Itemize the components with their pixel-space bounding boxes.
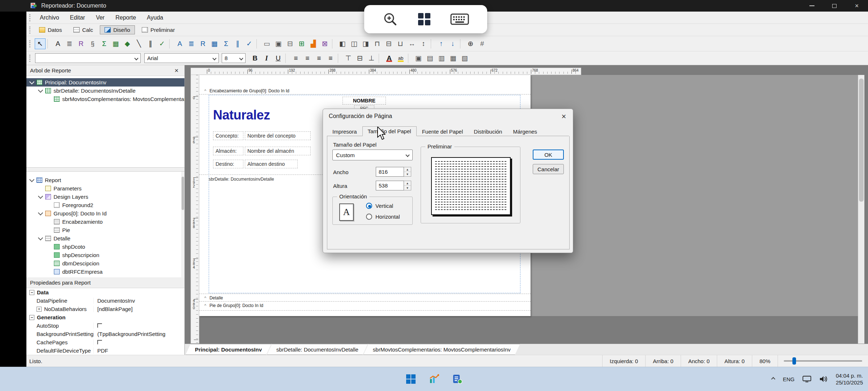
anchor-button[interactable]: ▣ — [413, 53, 424, 64]
font-name-combo[interactable]: Arial — [144, 53, 219, 63]
property-row[interactable]: AutoStop — [26, 321, 184, 330]
tree-item[interactable]: shpDcoto — [26, 243, 184, 251]
dbmemo-tool[interactable]: ≣ — [186, 38, 197, 49]
dialog-close-icon[interactable]: × — [558, 111, 569, 122]
property-row[interactable]: BackgroundPrintSettings(TppBackgroundPri… — [26, 330, 184, 338]
tree-item[interactable]: Parameters — [26, 184, 184, 193]
horizontal-radio[interactable]: Horizontal — [366, 214, 400, 220]
chevron-down-icon[interactable] — [38, 210, 43, 215]
underline-button[interactable]: U — [273, 53, 284, 64]
clock[interactable]: 04:04 p. m. 25/10/2025 — [836, 372, 863, 386]
toolbar-grip[interactable] — [29, 55, 31, 62]
checkbox-tool[interactable]: ✓ — [157, 38, 167, 49]
layer-back-button[interactable]: ▥ — [436, 53, 447, 64]
wrap-button[interactable]: ▦ — [448, 53, 459, 64]
label-tool[interactable]: A — [52, 38, 63, 49]
dialog-tab[interactable]: Distribución — [468, 127, 507, 136]
subreport-tool[interactable]: ▣ — [273, 38, 284, 49]
layer-front-button[interactable]: ▤ — [425, 53, 435, 64]
property-row[interactable]: +NoDataBehaviors[ndBlankPage] — [26, 305, 184, 313]
field-destino[interactable]: Almacen destino — [245, 160, 298, 168]
valign-middle-button[interactable]: ⊟ — [354, 53, 365, 64]
dialog-tab[interactable]: Fuente del Papel — [417, 127, 468, 136]
language-indicator[interactable]: ENG — [783, 376, 795, 382]
maximize-button[interactable] — [823, 0, 846, 12]
tree-item[interactable]: Foreground2 — [26, 201, 184, 209]
crosstab-tool[interactable]: ⊠ — [319, 38, 330, 49]
tree-item[interactable]: Principal: DocumentosInv — [26, 78, 184, 87]
view-tab-calc[interactable]: Calc — [69, 25, 98, 34]
dbcalc-tool[interactable]: Σ — [221, 38, 231, 49]
band-collapse-icon[interactable]: ^ — [204, 296, 206, 300]
valign-bottom-button[interactable]: ⊥ — [366, 53, 377, 64]
band-detail-caption[interactable]: ^ Detalle — [199, 295, 223, 301]
zoom-in-icon[interactable] — [382, 11, 398, 27]
align-right-edges[interactable]: ◨ — [360, 38, 371, 49]
start-button[interactable] — [405, 374, 416, 384]
label-destino[interactable]: Destino: — [213, 160, 243, 168]
report-label-nombre[interactable]: NOMBRE — [342, 97, 386, 105]
systemtext-tool[interactable]: § — [87, 38, 98, 49]
speaker-icon[interactable] — [819, 375, 828, 383]
dbtext-tool[interactable]: A — [174, 38, 185, 49]
toolbar-grip[interactable] — [29, 40, 31, 47]
vertical-radio[interactable]: Vertical — [366, 203, 393, 209]
align-right-button[interactable]: ≡ — [314, 53, 324, 64]
field-almacen[interactable]: Nombre del almacén — [245, 147, 311, 155]
tree-item[interactable]: sbrMovtosComplementarios: MovtosCompleme… — [26, 95, 184, 103]
tree-item[interactable]: Pie — [26, 226, 184, 234]
pagebreak-tool[interactable]: ⊟ — [285, 38, 295, 49]
line-tool[interactable]: ╲ — [133, 38, 144, 49]
image-tool[interactable]: ▦ — [110, 38, 121, 49]
barcode-tool[interactable]: ∥ — [145, 38, 156, 49]
spinner-up-icon[interactable]: ▲ — [404, 167, 411, 172]
page-tab[interactable]: Principal: DocumentosInv — [186, 344, 271, 355]
panel-splitter[interactable] — [26, 167, 184, 172]
view-tab-datos[interactable]: Datos — [34, 25, 67, 34]
subreport-placeholder[interactable]: sbrDetalle: DocumentosinvDetalle — [209, 177, 274, 182]
band-collapse-icon[interactable]: ^ — [204, 89, 206, 93]
chevron-down-icon[interactable] — [38, 87, 43, 92]
tree-item[interactable]: shpDescripcion — [26, 251, 184, 259]
dbrichtext-tool[interactable]: R — [197, 38, 208, 49]
property-group[interactable]: −Data — [26, 288, 184, 297]
tray-chevron-up-icon[interactable] — [771, 377, 775, 381]
menu-archivo[interactable]: Archivo — [34, 12, 64, 24]
grid-toggle[interactable]: # — [477, 38, 488, 49]
panel-close-icon[interactable]: × — [172, 67, 181, 75]
align-centers-h[interactable]: ◫ — [349, 38, 359, 49]
menu-editar[interactable]: Editar — [64, 12, 90, 24]
dbimage-tool[interactable]: ▦ — [209, 38, 220, 49]
bring-to-front[interactable]: ↑ — [436, 38, 447, 49]
chevron-down-icon[interactable] — [38, 193, 43, 198]
scrollbar-thumb[interactable] — [859, 79, 864, 202]
close-button[interactable]: × — [846, 0, 868, 12]
view-tab-preliminar[interactable]: Preliminar — [137, 25, 180, 34]
dialog-tab[interactable]: Impresora — [327, 127, 362, 136]
tree-item[interactable]: Report — [26, 176, 184, 184]
align-center-button[interactable]: ≡ — [302, 53, 313, 64]
font-color-button[interactable]: A — [384, 53, 395, 64]
shape-tool[interactable]: ◆ — [122, 38, 133, 49]
chart-tool[interactable]: ▟ — [308, 38, 319, 49]
richtext-tool[interactable]: R — [76, 38, 86, 49]
toolbar-grip[interactable] — [29, 14, 31, 21]
spinner-down-icon[interactable]: ▼ — [404, 186, 411, 190]
select-tool[interactable]: ↖ — [35, 38, 46, 49]
space-horizontally[interactable]: ↔ — [407, 38, 417, 49]
space-vertically[interactable]: ↕ — [418, 38, 429, 49]
expander-plus-icon[interactable]: + — [37, 307, 42, 312]
paper-size-combo[interactable]: Custom — [332, 150, 413, 160]
property-row[interactable]: DefaultFileDeviceTypePDF — [26, 346, 184, 355]
align-left-edges[interactable]: ◧ — [337, 38, 348, 49]
tree-item[interactable]: Design Layers — [26, 193, 184, 201]
minimize-button[interactable] — [801, 0, 823, 12]
align-left-button[interactable]: ≡ — [290, 53, 301, 64]
dbbarcode-tool[interactable]: ∥ — [232, 38, 243, 49]
checkbox-unchecked-icon[interactable] — [97, 323, 102, 328]
align-middles-v[interactable]: ⊟ — [383, 38, 394, 49]
tree-item[interactable]: Grupos[0]: Docto In Id — [26, 209, 184, 218]
zoom-slider[interactable] — [778, 355, 868, 367]
tree-item[interactable]: dbtRFCEmpresa — [26, 268, 184, 276]
property-row[interactable]: CachePages — [26, 338, 184, 346]
